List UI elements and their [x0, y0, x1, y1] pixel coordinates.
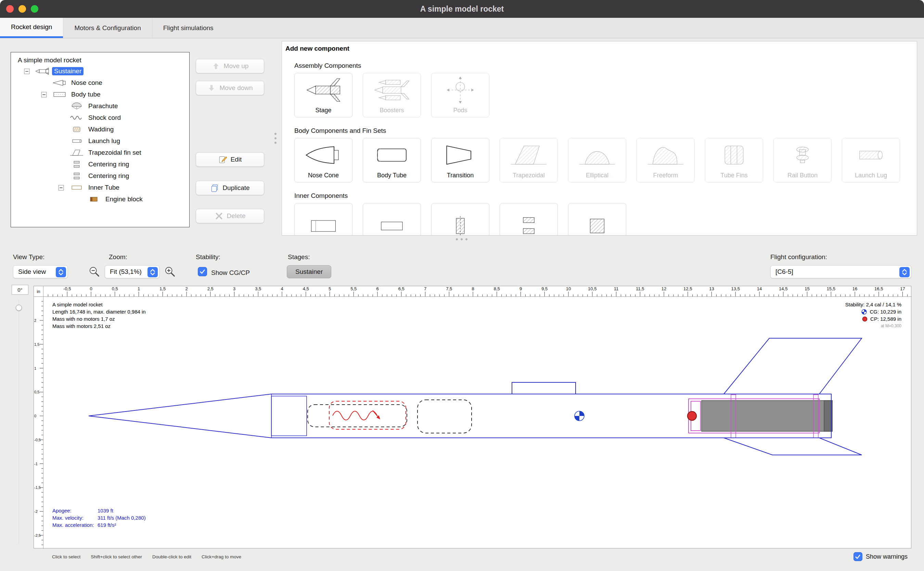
engineblock-icon [86, 195, 101, 204]
add-trapezoidal-button: Trapezoidal [500, 138, 558, 182]
arrow-down-icon [207, 83, 216, 93]
stage-toggle-sustainer[interactable]: Sustainer [287, 265, 331, 278]
tree-item-sustainer[interactable]: Sustainer [11, 65, 189, 77]
tree-item-shock-cord[interactable]: Shock cord [11, 112, 189, 123]
svg-text:11,5: 11,5 [636, 286, 644, 291]
centeringring-icon [69, 171, 84, 181]
section-label-inner-components: Inner Components [294, 192, 917, 199]
motor[interactable] [702, 401, 832, 431]
vertical-splitter-handle[interactable] [274, 133, 277, 144]
tree-item-label: Centering ring [86, 160, 131, 168]
tree-item-wadding[interactable]: Wadding [11, 123, 189, 135]
tab-rocket-design[interactable]: Rocket design [0, 18, 63, 38]
svg-text:12,5: 12,5 [684, 286, 692, 291]
cp-value: CP: 12,589 in [870, 315, 901, 323]
add-component-panel: Add new component Assembly ComponentsSta… [282, 41, 917, 236]
window-title: A simple model rocket [0, 0, 924, 18]
svg-text:3,5: 3,5 [255, 286, 261, 291]
hint-shift-click-to-select-other: Shift+click to select other [91, 554, 142, 559]
svg-text:14: 14 [757, 286, 762, 291]
mouse-hints: Click to selectShift+click to select oth… [52, 554, 241, 559]
svg-text:2: 2 [34, 318, 36, 323]
fin-lower[interactable] [724, 438, 862, 455]
zoom-select[interactable]: Fit (53,1%) [105, 265, 160, 278]
svg-text:16: 16 [853, 286, 857, 291]
svg-text:3: 3 [233, 286, 236, 291]
add-body-tube-button[interactable]: Body Tube [363, 138, 421, 182]
svg-text:5: 5 [328, 286, 331, 291]
view-type-select[interactable]: Side view [13, 265, 68, 278]
magnifier-minus-icon [89, 266, 100, 278]
rocket-canvas[interactable]: A simple model rocketLength 16,748 in, m… [43, 297, 912, 549]
flight-configuration-select[interactable]: [C6-5] [770, 265, 911, 278]
add-pods-button: Pods [431, 73, 490, 117]
expander-icon[interactable] [58, 185, 67, 191]
tab-motors-configuration[interactable]: Motors & Configuration [63, 18, 152, 38]
tab-flight-simulations[interactable]: Flight simulations [152, 18, 225, 38]
tree-item-engine-block[interactable]: Engine block [11, 193, 189, 205]
add-transition-button[interactable]: Transition [431, 138, 490, 182]
fin-upper[interactable] [724, 338, 862, 394]
cg-symbol [574, 411, 584, 421]
add-innertube-lg-button[interactable] [363, 203, 421, 236]
add-bulkhead-button[interactable] [431, 203, 490, 236]
flight-configuration-label: Flight configuration: [770, 253, 827, 261]
svg-text:0: 0 [90, 286, 92, 291]
launch-lug[interactable] [512, 383, 576, 394]
tree-item-inner-tube[interactable]: Inner Tube [11, 182, 189, 193]
svg-text:15: 15 [805, 286, 809, 291]
tree-item-label: Body tube [69, 90, 103, 99]
stability-readout: Stability: 2,4 cal / 14,1 % CG: 10,229 i… [845, 301, 901, 330]
svg-text:10: 10 [566, 286, 571, 291]
add-coupler-button[interactable] [294, 203, 353, 236]
horizontal-splitter-handle[interactable] [456, 238, 468, 240]
duplicate-button[interactable]: Duplicate [196, 181, 264, 195]
tree-item-trapezoidal-fin-set[interactable]: Trapezoidal fin set [11, 147, 189, 159]
zoom-out-button[interactable] [88, 265, 101, 278]
tree-item-centering-ring[interactable]: Centering ring [11, 170, 189, 182]
tree-item-label: Nose cone [69, 79, 105, 87]
rocket-info-line: Mass with motors 2,51 oz [52, 323, 146, 330]
cg-value: CG: 10,229 in [870, 308, 901, 315]
checkmark-icon [855, 554, 861, 560]
select-stepper-icon [56, 267, 66, 277]
add-centeringring-lg-button[interactable] [500, 203, 558, 236]
tree-item-nose-cone[interactable]: Nose cone [11, 77, 189, 89]
cp-legend-icon [862, 316, 867, 322]
launchlug-lg-icon [842, 138, 900, 172]
titlebar: A simple model rocket [0, 0, 924, 18]
rotation-slider-knob[interactable] [16, 305, 22, 311]
add-rail-button-button: Rail Button [773, 138, 832, 182]
show-cgcp-label: Show CG/CP [211, 269, 250, 276]
svg-text:0: 0 [34, 414, 36, 418]
tree-root-label[interactable]: A simple model rocket [11, 52, 189, 65]
add-boosters-button: Boosters [363, 73, 421, 117]
section-label-assembly-components: Assembly Components [294, 62, 917, 69]
svg-text:16,5: 16,5 [875, 286, 883, 291]
add-nose-cone-button[interactable]: Nose Cone [294, 138, 353, 182]
svg-text:1,5: 1,5 [34, 342, 39, 346]
flight-stat-max-acceleration: Max. acceleration:619 ft/s² [52, 522, 146, 529]
tree-item-label: Trapezoidal fin set [86, 148, 143, 157]
tree-item-label: Engine block [103, 195, 145, 203]
expander-icon[interactable] [41, 92, 50, 97]
tree-item-launch-lug[interactable]: Launch lug [11, 135, 189, 147]
svg-text:9: 9 [519, 286, 522, 291]
add-component-title: Add new component [285, 45, 917, 52]
show-cgcp-checkbox[interactable] [198, 267, 207, 276]
bodytube-lg-icon [363, 138, 420, 172]
tree-item-parachute[interactable]: Parachute [11, 100, 189, 112]
finset-icon [69, 148, 84, 157]
show-warnings-checkbox[interactable] [853, 552, 862, 561]
edit-button[interactable]: Edit [196, 152, 264, 167]
checkmark-icon [199, 269, 206, 275]
add-stage-button[interactable]: Stage [294, 73, 353, 117]
svg-text:-2,5: -2,5 [34, 533, 41, 537]
tree-item-centering-ring[interactable]: Centering ring [11, 159, 189, 170]
zoom-in-button[interactable] [164, 265, 176, 278]
expander-icon[interactable] [24, 68, 33, 74]
tree-item-body-tube[interactable]: Body tube [11, 89, 189, 100]
hint-click-drag-to-move: Click+drag to move [202, 554, 241, 559]
svg-text:1: 1 [34, 366, 36, 370]
add-engineblock-lg-button[interactable] [568, 203, 626, 236]
